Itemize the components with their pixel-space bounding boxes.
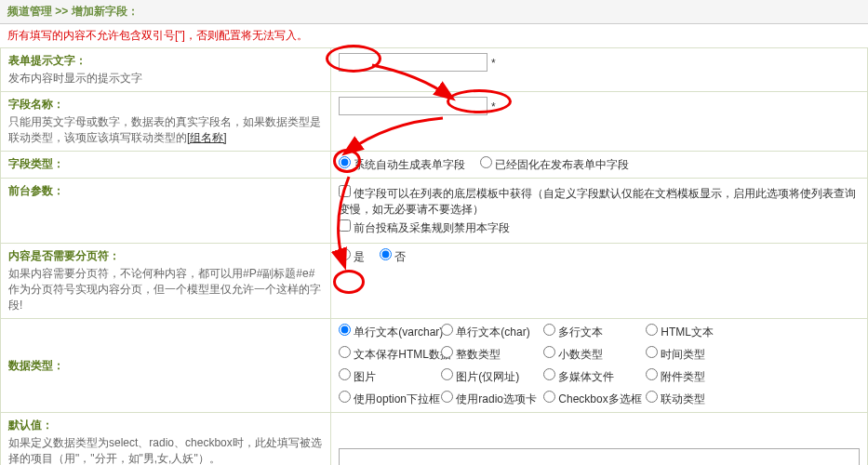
dt-savehtml[interactable]: 文本保存HTML数据 (339, 346, 430, 363)
dt-option[interactable]: 使用option下拉框 (339, 391, 430, 407)
dt-multitext[interactable]: 多行文本 (543, 324, 634, 340)
fieldname-title: 字段名称： (8, 97, 323, 113)
dt-linkage[interactable]: 联动类型 (646, 391, 737, 407)
fieldname-input[interactable] (339, 97, 487, 115)
pageflag-title: 内容是否需要分页符： (8, 248, 323, 264)
frontparam-cb1[interactable]: 使字段可以在列表的底层模板中获得（自定义字段默认仅能在文档模板显示，启用此选项将… (339, 187, 856, 216)
dt-int[interactable]: 整数类型 (441, 346, 532, 363)
frontparam-title: 前台参数： (8, 183, 323, 199)
warning-text: 所有填写的内容不允许包含双引号["]，否则配置将无法写入。 (0, 24, 868, 47)
pageflag-yes[interactable]: 是 (339, 248, 365, 265)
fieldtype-title: 字段类型： (8, 156, 323, 172)
frontparam-cb2[interactable]: 前台投稿及采集规则禁用本字段 (339, 221, 510, 234)
dt-time[interactable]: 时间类型 (646, 346, 737, 363)
dt-radio[interactable]: 使用radio选项卡 (441, 391, 532, 407)
dt-image[interactable]: 图片 (339, 368, 430, 385)
fieldname-star: * (491, 100, 496, 113)
default-input[interactable] (339, 448, 860, 465)
dt-checkbox[interactable]: Checkbox多选框 (543, 391, 634, 407)
breadcrumb-a[interactable]: 频道管理 (7, 5, 52, 18)
breadcrumb: 频道管理 >> 增加新字段： (0, 0, 868, 24)
groupname-link[interactable]: [组名称] (187, 131, 227, 144)
breadcrumb-sep: >> (52, 5, 72, 18)
hint-desc: 发布内容时显示的提示文字 (8, 71, 323, 86)
default-title: 默认值： (8, 418, 323, 433)
default-desc: 如果定义数据类型为select、radio、checkbox时，此处填写被选择的… (8, 435, 323, 465)
dt-float[interactable]: 小数类型 (543, 346, 634, 363)
hint-title: 表单提示文字： (8, 53, 323, 69)
dt-media[interactable]: 多媒体文件 (543, 368, 634, 385)
breadcrumb-b: 增加新字段： (72, 5, 139, 18)
dt-imageurl[interactable]: 图片(仅网址) (441, 368, 532, 385)
fieldname-desc: 只能用英文字母或数字，数据表的真实字段名，如果数据类型是联动类型，该项应该填写联… (8, 114, 323, 146)
datatype-title: 数据类型： (8, 358, 323, 374)
dt-htmltext[interactable]: HTML文本 (646, 324, 737, 340)
dt-attach[interactable]: 附件类型 (646, 368, 737, 385)
hint-input[interactable] (339, 53, 487, 72)
pageflag-no[interactable]: 否 (380, 248, 406, 265)
pageflag-desc: 如果内容需要分页符，不论何种内容，都可以用#P#副标题#e#作为分页符号实现内容… (8, 266, 323, 313)
form-table: 表单提示文字： 发布内容时显示的提示文字 * 字段名称： 只能用英文字母或数字，… (0, 47, 868, 465)
fieldtype-opt2[interactable]: 已经固化在发布表单中字段 (480, 156, 629, 173)
dt-char[interactable]: 单行文本(char) (441, 324, 532, 340)
fieldtype-opt1[interactable]: 系统自动生成表单字段 (339, 156, 465, 173)
dt-varchar[interactable]: 单行文本(varchar) (339, 324, 430, 340)
hint-star: * (491, 57, 496, 70)
